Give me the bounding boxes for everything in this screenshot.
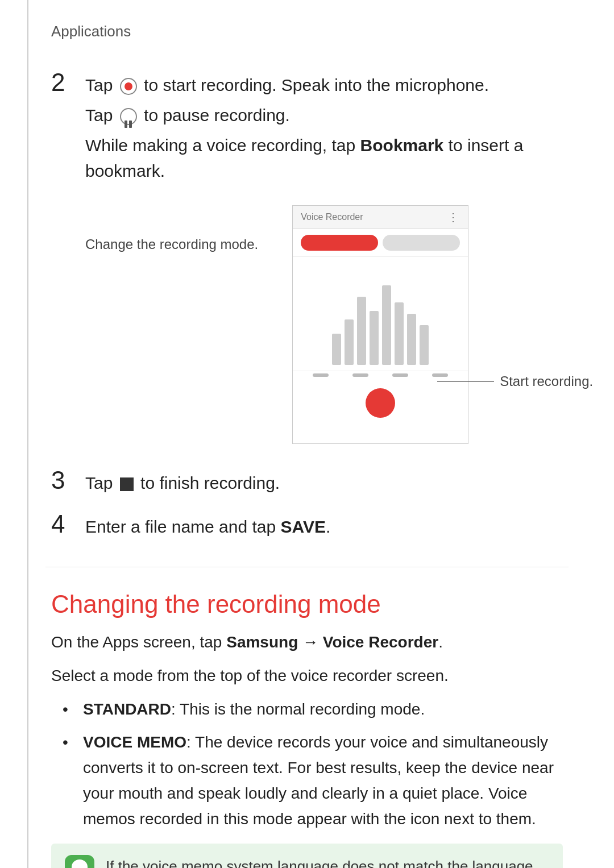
waveform-bar-8 (420, 325, 429, 365)
pause-icon (120, 108, 137, 125)
left-callout-container: Change the recording mode. (85, 205, 258, 252)
note-icon (65, 855, 94, 868)
waveform-bar-7 (407, 314, 416, 365)
waveform-bar-5 (382, 285, 391, 365)
diagram-section: Change the recording mode. Voice Recorde… (85, 205, 569, 444)
step-4-content: Enter a file name and tap SAVE. (85, 510, 569, 544)
step-2: 2 Tap to start recording. Speak into the… (51, 69, 569, 188)
section-divider (45, 567, 569, 567)
left-callout-label: Change the recording mode. (85, 205, 258, 252)
step-2-line3: While making a voice recording, tap Book… (85, 132, 569, 184)
record-button-big (366, 388, 395, 418)
time-label-3 (392, 373, 408, 377)
bell-icon (72, 859, 88, 868)
waveform-bar-4 (370, 311, 379, 365)
bullet-dot-2: • (63, 730, 74, 755)
step-3-content: Tap to finish recording. (85, 467, 569, 500)
stop-icon (120, 477, 134, 491)
waveform-area (293, 257, 468, 371)
screenshot-title: Voice Recorder (301, 212, 363, 222)
mode-tab-voice (383, 235, 460, 251)
phone-screenshot: Voice Recorder ⋮ (292, 205, 468, 444)
waveform-bar-6 (395, 302, 404, 365)
screenshot-header: Voice Recorder ⋮ (293, 206, 468, 229)
waveform-bar-3 (357, 297, 366, 365)
mode-tab-standard (301, 235, 378, 251)
step-3: 3 Tap to finish recording. (51, 467, 569, 500)
bullet-text-1: STANDARD: This is the normal recording m… (83, 697, 563, 722)
bullet-list: • STANDARD: This is the normal recording… (63, 697, 563, 832)
step-4-number: 4 (51, 510, 85, 538)
step-4-line: Enter a file name and tap SAVE. (85, 514, 569, 539)
screenshot-menu: ⋮ (447, 210, 460, 224)
right-callout-line (437, 381, 494, 382)
intro-line-2: Select a mode from the top of the voice … (51, 663, 563, 689)
section-heading: Changing the recording mode (51, 590, 563, 618)
bullet-item-1: • STANDARD: This is the normal recording… (63, 697, 563, 722)
bullet-text-2: VOICE MEMO: The device records your voic… (83, 730, 563, 832)
step-4: 4 Enter a file name and tap SAVE. (51, 510, 569, 544)
mode-tabs (293, 229, 468, 257)
applications-label: Applications (51, 23, 569, 40)
note-text: If the voice memo system language does n… (106, 855, 549, 868)
waveform-bar-1 (332, 334, 341, 365)
note-box: If the voice memo system language does n… (51, 844, 563, 868)
step-2-number: 2 (51, 69, 85, 96)
record-icon (120, 78, 137, 95)
step-3-line: Tap to finish recording. (85, 470, 569, 496)
step-2-content: Tap to start recording. Speak into the m… (85, 69, 569, 188)
left-border (27, 0, 28, 868)
right-callout-text: Start recording. (500, 373, 593, 389)
bullet-item-2: • VOICE MEMO: The device records your vo… (63, 730, 563, 832)
intro-line-1: On the Apps screen, tap Samsung → Voice … (51, 630, 563, 655)
step-2-line2: Tap to pause recording. (85, 102, 569, 128)
right-callout: Start recording. (437, 373, 593, 389)
time-label-2 (352, 373, 368, 377)
waveform-bar-2 (345, 319, 354, 365)
step-2-line1: Tap to start recording. Speak into the m… (85, 72, 569, 98)
page-container: Applications 2 Tap to start recording. S… (0, 0, 614, 868)
time-label-1 (313, 373, 329, 377)
bullet-dot-1: • (63, 697, 74, 722)
step-3-number: 3 (51, 467, 85, 494)
